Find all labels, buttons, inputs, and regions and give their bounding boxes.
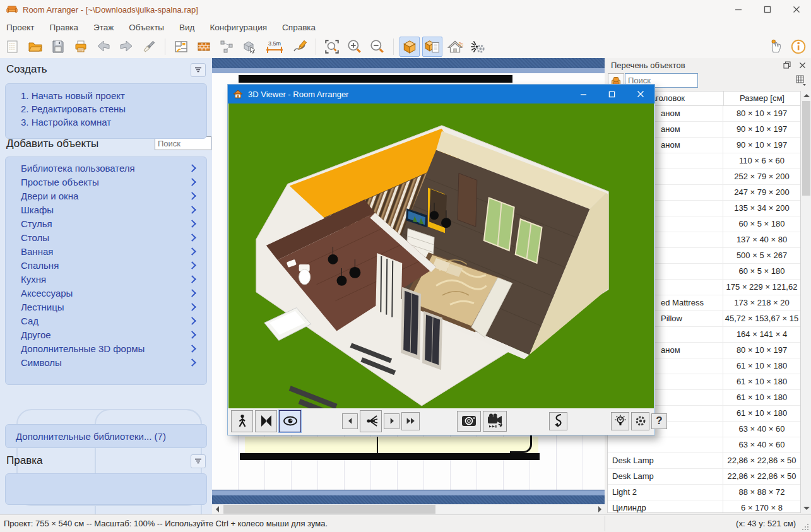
draw-button[interactable] bbox=[290, 37, 310, 57]
create-step-1[interactable]: 1. Начать новый проект bbox=[6, 89, 206, 102]
redo-button[interactable] bbox=[116, 37, 136, 57]
minimize-button[interactable] bbox=[724, 0, 753, 19]
menu-item-4[interactable]: Объекты bbox=[121, 23, 172, 32]
wall-tool-button[interactable] bbox=[194, 37, 214, 57]
pointer-mode-button[interactable] bbox=[766, 37, 786, 57]
look-around-button[interactable] bbox=[279, 410, 301, 432]
vertical-scrollbar[interactable] bbox=[802, 91, 811, 513]
category-item[interactable]: Другое bbox=[6, 328, 206, 341]
viewer-3d-viewport[interactable] bbox=[228, 103, 654, 408]
category-item[interactable]: Шкафы bbox=[6, 203, 206, 216]
table-row[interactable]: Desk Lamp22,86 × 22,86 × 50 bbox=[608, 453, 800, 469]
format-painter-button[interactable] bbox=[139, 37, 159, 57]
select-object-3d-button[interactable] bbox=[239, 37, 259, 57]
measure-button[interactable]: 3.5m bbox=[262, 37, 287, 57]
light-button[interactable] bbox=[360, 410, 382, 432]
category-item[interactable]: Стулья bbox=[6, 216, 206, 230]
category-label: Кухня bbox=[21, 274, 189, 285]
table-row[interactable]: Desk Lamp22,86 × 22,86 × 50 bbox=[608, 469, 800, 485]
resize-grip[interactable] bbox=[802, 523, 810, 531]
category-item[interactable]: Символы bbox=[6, 355, 206, 369]
vertical-scrollbar-thumb[interactable] bbox=[802, 101, 810, 196]
scroll-down-button[interactable] bbox=[802, 504, 811, 513]
new-project-button[interactable] bbox=[3, 37, 23, 57]
viewer-close-button[interactable] bbox=[626, 85, 654, 103]
category-item[interactable]: Сад bbox=[6, 314, 206, 328]
render-button[interactable] bbox=[468, 37, 488, 57]
screenshot-button[interactable] bbox=[457, 411, 481, 432]
viewer-titlebar[interactable]: 3D Viewer - Room Arranger bbox=[228, 85, 654, 103]
settings-gear-button[interactable] bbox=[631, 412, 649, 430]
create-step-2[interactable]: 2. Редактировать стены bbox=[6, 102, 206, 115]
extra-libraries-link[interactable]: Дополнительные библиотеки... (7) bbox=[6, 431, 166, 442]
float-panel-icon[interactable] bbox=[781, 59, 793, 71]
about-info-button[interactable] bbox=[788, 37, 808, 57]
category-item[interactable]: Дополнительные 3D формы bbox=[6, 341, 206, 355]
toolbar-separator bbox=[316, 38, 316, 55]
menu-item-7[interactable]: Справка bbox=[275, 23, 323, 32]
maximize-button[interactable] bbox=[753, 0, 782, 19]
menu-item-3[interactable]: Этаж bbox=[86, 23, 121, 32]
previous-view-button[interactable] bbox=[342, 413, 358, 429]
edit-filter-button[interactable] bbox=[191, 454, 206, 468]
category-label: Двери и окна bbox=[21, 191, 189, 201]
close-panel-icon[interactable] bbox=[796, 59, 808, 71]
view-3d-with-list-button[interactable] bbox=[422, 37, 442, 57]
column-header-size[interactable]: Размер [см] bbox=[724, 92, 800, 105]
fly-mode-button[interactable] bbox=[255, 410, 277, 432]
table-row[interactable]: Light 288 × 88 × 72 bbox=[608, 485, 800, 500]
category-item[interactable]: Кухня bbox=[6, 272, 206, 286]
open-project-button[interactable] bbox=[25, 37, 45, 57]
extra-libraries-panel: Дополнительные библиотеки... (7) bbox=[5, 424, 207, 448]
edit-points-button[interactable] bbox=[216, 37, 237, 57]
viewer-maximize-button[interactable] bbox=[598, 85, 626, 103]
object-size-cell: 90 × 10 × 197 bbox=[723, 122, 800, 137]
play-views-button[interactable] bbox=[401, 412, 420, 430]
canvas-outside-band bbox=[212, 490, 605, 495]
category-item[interactable]: Простые объекты bbox=[6, 175, 206, 189]
horizontal-scrollbar-thumb[interactable] bbox=[223, 505, 435, 514]
category-item[interactable]: Двери и окна bbox=[6, 189, 206, 203]
zoom-to-fit-button[interactable] bbox=[322, 37, 342, 57]
create-filter-button[interactable] bbox=[191, 63, 206, 77]
menu-item-2[interactable]: Правка bbox=[42, 23, 86, 32]
category-label: Спальня bbox=[21, 260, 189, 271]
category-item[interactable]: Столы bbox=[6, 230, 206, 244]
zoom-out-button[interactable] bbox=[367, 37, 388, 57]
rotate-scene-button[interactable] bbox=[549, 412, 567, 430]
menu-item-5[interactable]: Вид bbox=[172, 23, 202, 32]
scroll-up-button[interactable] bbox=[802, 91, 811, 100]
horizontal-scrollbar[interactable] bbox=[212, 504, 605, 514]
walk-mode-button[interactable] bbox=[231, 410, 253, 432]
table-row[interactable]: Цилиндр6 × 170 × 8 bbox=[608, 500, 800, 513]
record-video-button[interactable] bbox=[483, 411, 507, 432]
chevron-right-icon bbox=[188, 164, 196, 172]
category-item[interactable]: Лестницы bbox=[6, 300, 206, 314]
category-item[interactable]: Спальня bbox=[6, 258, 206, 272]
print-button[interactable] bbox=[71, 37, 91, 57]
menu-item-1[interactable]: Проект bbox=[0, 23, 42, 32]
zoom-in-button[interactable] bbox=[345, 37, 365, 57]
walkthrough-3d-button[interactable]: 3D bbox=[445, 37, 465, 57]
category-item[interactable]: Библиотека пользователя bbox=[6, 161, 206, 175]
create-step-3[interactable]: 3. Настройка комнат bbox=[6, 115, 206, 129]
next-view-button[interactable] bbox=[384, 413, 400, 429]
viewer-window[interactable]: 3D Viewer - Room Arranger bbox=[227, 84, 655, 435]
chevron-right-icon bbox=[188, 206, 196, 214]
scroll-right-button[interactable] bbox=[595, 504, 605, 514]
menu-item-6[interactable]: Конфигурация bbox=[202, 23, 275, 32]
column-settings-icon[interactable] bbox=[794, 74, 808, 86]
object-size-cell: 110 × 6 × 60 bbox=[723, 153, 800, 168]
lighting-button[interactable] bbox=[611, 412, 629, 430]
viewer-minimize-button[interactable] bbox=[569, 85, 598, 103]
edit-walls-button[interactable] bbox=[171, 37, 191, 57]
table-row[interactable]: 63 × 40 × 60 bbox=[608, 437, 800, 453]
close-button[interactable] bbox=[782, 0, 811, 19]
category-item[interactable]: Аксессуары bbox=[6, 286, 206, 300]
help-button[interactable]: ? bbox=[651, 413, 667, 429]
view-3d-button[interactable] bbox=[400, 37, 420, 57]
category-item[interactable]: Ванная bbox=[6, 244, 206, 258]
save-project-button[interactable] bbox=[48, 37, 68, 57]
scroll-left-button[interactable] bbox=[212, 504, 222, 514]
undo-button[interactable] bbox=[93, 37, 114, 57]
